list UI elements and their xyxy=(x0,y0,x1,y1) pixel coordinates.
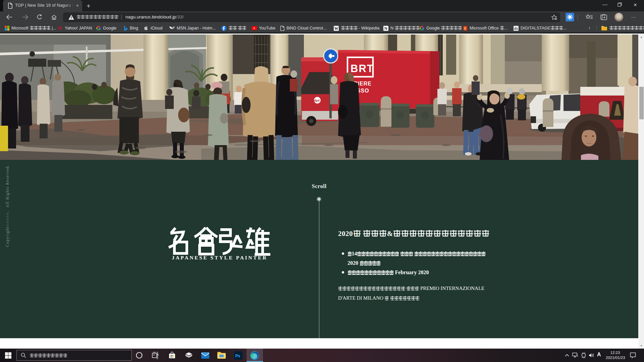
svg-text:ds: ds xyxy=(514,26,518,30)
svg-text:dpd: dpd xyxy=(314,99,320,102)
svg-text:N: N xyxy=(384,26,387,31)
svg-text:BRT: BRT xyxy=(351,63,374,74)
svg-text:Ps: Ps xyxy=(235,353,240,358)
svg-text:W: W xyxy=(334,26,338,31)
svg-text:Y!: Y! xyxy=(58,26,62,31)
